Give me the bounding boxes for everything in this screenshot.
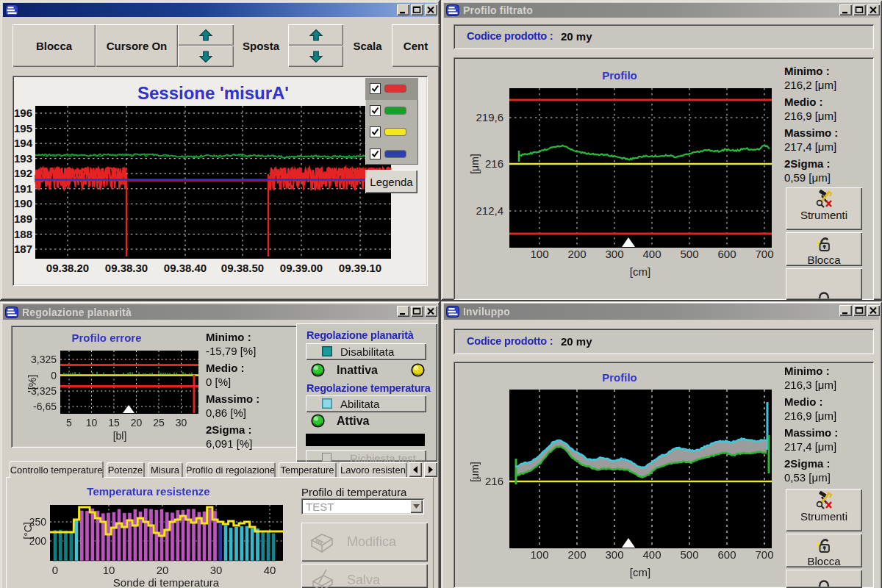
svg-text:200: 200 xyxy=(567,548,586,561)
svg-text:187: 187 xyxy=(14,243,32,255)
svg-text:0: 0 xyxy=(51,370,57,381)
svg-text:600: 600 xyxy=(717,548,736,561)
svg-text:191: 191 xyxy=(14,182,32,195)
svg-text:190: 190 xyxy=(14,197,32,209)
svg-text:[μm]: [μm] xyxy=(469,154,481,174)
svg-text:188: 188 xyxy=(14,228,32,240)
svg-text:192: 192 xyxy=(14,167,32,179)
svg-text:30: 30 xyxy=(176,417,187,429)
svg-text:30: 30 xyxy=(210,564,223,576)
svg-text:3,325: 3,325 xyxy=(31,354,57,365)
svg-text:500: 500 xyxy=(680,548,698,561)
svg-text:300: 300 xyxy=(605,548,623,561)
svg-text:[%]: [%] xyxy=(26,375,38,390)
svg-text:Sessione 'misurA': Sessione 'misurA' xyxy=(137,83,289,103)
svg-text:216: 216 xyxy=(485,157,503,170)
svg-text:09.38.20: 09.38.20 xyxy=(46,262,89,274)
svg-text:196: 196 xyxy=(14,107,32,119)
svg-text:212,4: 212,4 xyxy=(476,204,503,217)
svg-text:100: 100 xyxy=(530,248,548,260)
svg-text:09.38.40: 09.38.40 xyxy=(164,262,207,274)
svg-text:09.38.30: 09.38.30 xyxy=(105,262,148,274)
svg-text:-6,65: -6,65 xyxy=(33,401,57,412)
svg-text:09.38.50: 09.38.50 xyxy=(221,262,264,274)
svg-text:10: 10 xyxy=(103,564,115,576)
svg-text:15: 15 xyxy=(108,417,120,429)
svg-text:40: 40 xyxy=(264,564,276,576)
svg-text:20: 20 xyxy=(131,417,143,429)
svg-text:25: 25 xyxy=(153,417,165,429)
svg-text:09.39.00: 09.39.00 xyxy=(280,262,323,274)
svg-text:195: 195 xyxy=(14,122,32,135)
svg-text:193: 193 xyxy=(14,152,32,165)
svg-text:[bl]: [bl] xyxy=(113,430,127,442)
svg-text:500: 500 xyxy=(680,248,698,260)
svg-text:700: 700 xyxy=(755,548,773,561)
svg-text:[cm]: [cm] xyxy=(630,265,650,278)
svg-text:189: 189 xyxy=(14,212,32,225)
svg-text:5: 5 xyxy=(66,417,72,429)
svg-text:Temperatura resistenze: Temperatura resistenze xyxy=(87,485,209,498)
svg-text:0: 0 xyxy=(52,564,58,576)
svg-text:100: 100 xyxy=(530,548,548,561)
svg-text:700: 700 xyxy=(755,248,773,260)
svg-text:09.39.10: 09.39.10 xyxy=(339,262,381,274)
svg-text:200: 200 xyxy=(567,248,586,260)
svg-text:400: 400 xyxy=(642,548,661,561)
svg-text:Profilo: Profilo xyxy=(602,371,637,384)
svg-text:300: 300 xyxy=(605,248,623,260)
svg-text:[μm]: [μm] xyxy=(469,462,481,482)
svg-text:219,6: 219,6 xyxy=(476,111,503,123)
svg-text:10: 10 xyxy=(86,417,98,429)
svg-text:Profilo: Profilo xyxy=(602,69,637,82)
svg-text:[°C]: [°C] xyxy=(22,522,34,539)
svg-text:Profilo errore: Profilo errore xyxy=(71,331,141,344)
svg-text:216: 216 xyxy=(485,475,503,487)
svg-text:400: 400 xyxy=(642,248,661,260)
svg-text:600: 600 xyxy=(717,248,736,260)
svg-text:194: 194 xyxy=(14,137,33,149)
svg-text:[cm]: [cm] xyxy=(630,566,650,578)
svg-text:20: 20 xyxy=(157,564,169,576)
svg-text:Sonde di temperatura: Sonde di temperatura xyxy=(113,576,220,588)
